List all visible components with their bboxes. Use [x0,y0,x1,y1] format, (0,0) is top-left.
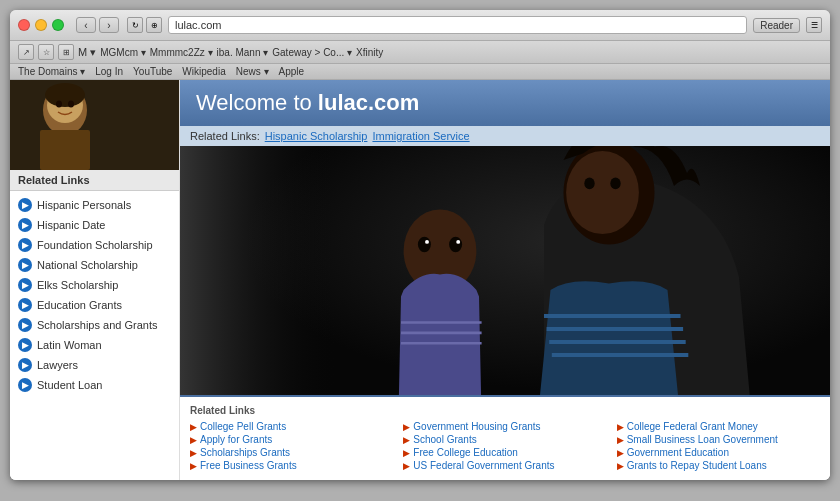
arrow-icon: ▶ [617,422,624,432]
home-icon[interactable]: ⊕ [146,17,162,33]
link-label: Lawyers [37,359,78,371]
link-hispanic-date[interactable]: ▶ Hispanic Date [10,215,179,235]
welcome-text: Welcome to [196,90,318,115]
tab-icon[interactable]: ⊞ [58,44,74,60]
link-text: Government Education [627,447,729,458]
link-national-scholarship[interactable]: ▶ National Scholarship [10,255,179,275]
link-foundation-scholarship[interactable]: ▶ Foundation Scholarship [10,235,179,255]
page-inner: Related Links ▶ Hispanic Personals ▶ His… [10,80,830,480]
arrow-icon: ▶ [403,461,410,471]
arrow-icon: ▶ [403,435,410,445]
toolbar-mgmcm[interactable]: MGMcm ▾ [100,47,146,58]
sidebar-photo-svg [10,80,179,170]
link-text: Small Business Loan Government [627,434,778,445]
arrow-icon: ▶ [190,461,197,471]
back-button[interactable]: ‹ [76,17,96,33]
reader-button[interactable]: Reader [753,18,800,33]
link-latin-woman[interactable]: ▶ Latin Woman [10,335,179,355]
bookmark-domains[interactable]: The Domains ▾ [18,66,85,77]
related-bar: Related Links: Hispanic Scholarship Immi… [180,126,830,146]
toolbar-gateway[interactable]: Gateway > Co... ▾ [272,47,352,58]
links-col3: ▶ College Federal Grant Money ▶ Small Bu… [617,420,820,472]
bottom-link-small-biz[interactable]: ▶ Small Business Loan Government [617,433,820,446]
url-display: lulac.com [175,19,221,31]
bottom-link-pell[interactable]: ▶ College Pell Grants [190,420,393,433]
bottom-link-school[interactable]: ▶ School Grants [403,433,606,446]
link-lawyers[interactable]: ▶ Lawyers [10,355,179,375]
arrow-icon: ▶ [617,435,624,445]
link-label: Scholarships and Grants [37,319,157,331]
arrow-icon: ▶ [617,448,624,458]
bottom-link-gov-edu[interactable]: ▶ Government Education [617,446,820,459]
svg-point-19 [449,237,462,253]
link-student-loan[interactable]: ▶ Student Loan [10,375,179,395]
link-label: Hispanic Personals [37,199,131,211]
link-label: Student Loan [37,379,102,391]
arrow-icon: ▶ [190,435,197,445]
main-area: Welcome to lulac.com Related Links: Hisp… [180,80,830,480]
bookmark-login[interactable]: Log In [95,66,123,77]
site-name: lulac.com [318,90,419,115]
bookmark-icon[interactable]: ☆ [38,44,54,60]
bottom-link-repay[interactable]: ▶ Grants to Repay Student Loans [617,459,820,472]
related-links-header: Related Links [10,170,179,191]
bottom-link-federal[interactable]: ▶ US Federal Government Grants [403,459,606,472]
link-label: Hispanic Date [37,219,105,231]
bookmark-wikipedia[interactable]: Wikipedia [182,66,225,77]
link-label: Foundation Scholarship [37,239,153,251]
link-text: School Grants [413,434,476,445]
bookmark-youtube[interactable]: YouTube [133,66,172,77]
bookmarks-bar: The Domains ▾ Log In YouTube Wikipedia N… [10,64,830,80]
settings-icon[interactable]: ☰ [806,17,822,33]
bottom-related-label: Related Links [190,405,255,416]
minimize-button[interactable] [35,19,47,31]
browser-window: ‹ › ↻ ⊕ lulac.com Reader ☰ ↗ ☆ ⊞ M ▾ MGM… [10,10,830,480]
link-text: Free College Education [413,447,518,458]
toolbar-name[interactable]: Mmmmc2Zz ▾ [150,47,213,58]
svg-rect-0 [10,80,179,170]
main-photo-svg [180,146,830,395]
toolbar-m: M ▾ [78,46,96,59]
link-icon: ▶ [18,298,32,312]
svg-point-6 [68,101,74,108]
title-bar: ‹ › ↻ ⊕ lulac.com Reader ☰ [10,10,830,41]
share-icon[interactable]: ↗ [18,44,34,60]
link-icon: ▶ [18,358,32,372]
related-link-hispanic-scholarship[interactable]: Hispanic Scholarship [265,130,368,142]
svg-point-4 [45,83,85,107]
link-education-grants[interactable]: ▶ Education Grants [10,295,179,315]
welcome-header: Welcome to lulac.com [180,80,830,126]
link-hispanic-personals[interactable]: ▶ Hispanic Personals [10,195,179,215]
link-label: Latin Woman [37,339,102,351]
svg-point-21 [456,240,460,244]
link-label: Elks Scholarship [37,279,118,291]
sidebar-image [10,80,179,170]
bottom-link-scholarships[interactable]: ▶ Scholarships Grants [190,446,393,459]
bottom-link-business[interactable]: ▶ Free Business Grants [190,459,393,472]
link-scholarships-grants[interactable]: ▶ Scholarships and Grants [10,315,179,335]
reload-icon[interactable]: ↻ [127,17,143,33]
related-link-immigration[interactable]: Immigration Service [372,130,469,142]
bookmark-apple[interactable]: Apple [279,66,305,77]
bottom-link-federal-money[interactable]: ▶ College Federal Grant Money [617,420,820,433]
link-elks-scholarship[interactable]: ▶ Elks Scholarship [10,275,179,295]
main-image-area [180,146,830,395]
related-links-label: Related Links [18,174,90,186]
toolbar-iba[interactable]: iba. Mann ▾ [217,47,269,58]
maximize-button[interactable] [52,19,64,31]
bottom-link-housing[interactable]: ▶ Government Housing Grants [403,420,606,433]
bottom-link-apply[interactable]: ▶ Apply for Grants [190,433,393,446]
forward-button[interactable]: › [99,17,119,33]
svg-point-11 [584,178,594,190]
toolbar-xfinity[interactable]: Xfinity [356,47,383,58]
link-text: Scholarships Grants [200,447,290,458]
bottom-link-college-edu[interactable]: ▶ Free College Education [403,446,606,459]
address-bar[interactable]: lulac.com [168,16,747,34]
bookmark-news[interactable]: News ▾ [236,66,269,77]
link-text: Grants to Repay Student Loans [627,460,767,471]
nav-buttons: ‹ › [76,17,119,33]
close-button[interactable] [18,19,30,31]
bottom-related-header: Related Links [190,405,820,416]
arrow-icon: ▶ [403,448,410,458]
link-icon: ▶ [18,318,32,332]
